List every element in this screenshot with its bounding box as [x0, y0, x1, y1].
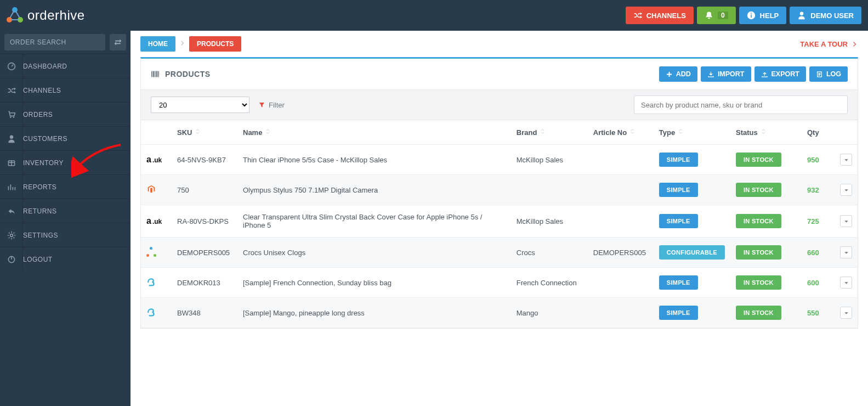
row-actions-button[interactable]	[840, 184, 852, 196]
page-size-select[interactable]: 20	[151, 97, 249, 113]
notification-count: 0	[718, 12, 728, 19]
sort-icon[interactable]	[539, 128, 546, 137]
type-badge: SIMPLE	[659, 153, 698, 167]
sidebar-item-returns[interactable]: RETURNS	[0, 199, 131, 223]
filter-label: Filter	[269, 101, 285, 109]
chevron-right-icon	[851, 41, 858, 48]
cell-sku: 750	[172, 175, 237, 205]
log-button[interactable]: LOG	[809, 66, 848, 82]
brand-name: orderhive	[27, 8, 85, 23]
sidebar-item-logout[interactable]: LOGOUT	[0, 247, 131, 271]
cell-article	[588, 298, 654, 328]
sidebar-item-label: INVENTORY	[23, 159, 64, 167]
row-actions-button[interactable]	[840, 307, 852, 319]
status-badge: IN STOCK	[736, 306, 781, 320]
col-sku[interactable]: SKU	[177, 128, 192, 137]
status-badge: IN STOCK	[736, 214, 781, 228]
status-badge: IN STOCK	[736, 245, 781, 260]
products-toolbar: 20 Filter	[141, 89, 858, 120]
channels-button[interactable]: CHANNELS	[626, 7, 694, 24]
sort-icon[interactable]	[264, 128, 271, 137]
table-row[interactable]: a.uk64-5NVS-9KB7Thin Clear iPhone 5/5s C…	[141, 145, 858, 175]
export-label: EXPORT	[771, 70, 799, 78]
import-button[interactable]: IMPORT	[701, 66, 751, 82]
help-label: HELP	[760, 12, 779, 20]
cell-sku: DEMOKR013	[172, 268, 237, 298]
notifications-button[interactable]: 0	[697, 7, 736, 24]
table-row[interactable]: BW348[Sample] Mango, pineapple long dres…	[141, 298, 858, 328]
table-row[interactable]: DEMOKR013[Sample] French Connection, Sun…	[141, 268, 858, 298]
left-column: DASHBOARDCHANNELSORDERSCUSTOMERSINVENTOR…	[0, 31, 131, 406]
channels-label: CHANNELS	[646, 12, 686, 20]
cell-brand: Mango	[511, 298, 588, 328]
export-icon	[761, 71, 768, 78]
sidebar-item-inventory[interactable]: INVENTORY	[0, 150, 131, 174]
row-actions-button[interactable]	[840, 154, 852, 166]
top-bar: orderhive CHANNELS 0 HELP DEMO USER	[0, 0, 868, 31]
amazon-uk-icon: a.uk	[146, 155, 162, 165]
sidebar-item-customers[interactable]: CUSTOMERS	[0, 126, 131, 150]
order-search-swap-button[interactable]	[110, 34, 126, 50]
take-a-tour-label: TAKE A TOUR	[800, 40, 848, 48]
cell-article	[588, 145, 654, 175]
caret-down-icon	[843, 156, 850, 163]
cell-name: Thin Clear iPhone 5/5s Case - McKillop S…	[237, 145, 511, 175]
amazon-uk-icon: a.uk	[146, 216, 162, 226]
sort-icon[interactable]	[629, 128, 636, 137]
cell-brand: French Connection	[511, 268, 588, 298]
sidebar-item-label: REPORTS	[23, 183, 56, 191]
sort-icon[interactable]	[677, 128, 684, 137]
row-actions-button[interactable]	[840, 215, 852, 227]
col-article[interactable]: Article No	[593, 128, 627, 137]
user-icon	[797, 11, 806, 20]
col-type[interactable]: Type	[659, 128, 675, 137]
cell-name: [Sample] French Connection, Sunday bliss…	[237, 268, 511, 298]
sidebar-item-settings[interactable]: SETTINGS	[0, 223, 131, 247]
take-a-tour-link[interactable]: TAKE A TOUR	[800, 40, 858, 48]
caret-down-icon	[843, 187, 850, 194]
col-status[interactable]: Status	[736, 128, 758, 137]
caret-down-icon	[843, 218, 850, 225]
chevron-right-icon	[179, 40, 186, 48]
user-menu-button[interactable]: DEMO USER	[790, 7, 861, 24]
col-name[interactable]: Name	[243, 128, 262, 137]
breadcrumb-home[interactable]: HOME	[140, 36, 175, 52]
sidebar-item-channels[interactable]: CHANNELS	[0, 78, 131, 102]
row-actions-button[interactable]	[840, 277, 852, 289]
sidebar-item-dashboard[interactable]: DASHBOARD	[0, 54, 131, 78]
info-icon	[747, 11, 756, 20]
cell-article	[588, 268, 654, 298]
cell-article	[588, 205, 654, 238]
add-button[interactable]: ADD	[659, 66, 697, 82]
filter-button[interactable]: Filter	[258, 101, 285, 109]
sort-icon[interactable]	[194, 128, 201, 137]
col-qty: Qty	[807, 128, 819, 137]
sidebar-item-reports[interactable]: REPORTS	[0, 174, 131, 199]
customers-icon	[0, 127, 23, 150]
row-actions-button[interactable]	[840, 246, 852, 258]
sidebar-item-orders[interactable]: ORDERS	[0, 102, 131, 126]
brand-logo[interactable]: orderhive	[7, 7, 85, 24]
table-row[interactable]: DEMOPERS005Crocs Unisex ClogsCrocsDEMOPE…	[141, 238, 858, 268]
returns-icon	[0, 199, 23, 223]
cell-qty: 550	[807, 309, 819, 317]
import-label: IMPORT	[718, 70, 745, 78]
sort-icon[interactable]	[760, 128, 767, 137]
main-area: HOME PRODUCTS TAKE A TOUR PRODUCTS ADD I…	[131, 31, 868, 406]
export-button[interactable]: EXPORT	[754, 66, 806, 82]
order-search-bar	[0, 31, 131, 54]
barcode-icon	[151, 70, 160, 78]
panel-header: PRODUCTS ADD IMPORT EXPORT LOG	[141, 59, 858, 89]
help-button[interactable]: HELP	[739, 7, 787, 24]
cell-sku: DEMOPERS005	[172, 238, 237, 268]
table-row[interactable]: 750Olympus Stylus 750 7.1MP Digital Came…	[141, 175, 858, 205]
caret-down-icon	[843, 249, 850, 256]
product-search-input[interactable]	[634, 95, 848, 114]
table-row[interactable]: a.ukRA-80VS-DKPSClear Transparent Ultra …	[141, 205, 858, 238]
cell-qty: 950	[807, 156, 819, 164]
col-brand[interactable]: Brand	[517, 128, 537, 137]
breadcrumb: HOME PRODUCTS TAKE A TOUR	[131, 31, 868, 57]
orders-icon	[0, 103, 23, 126]
order-search-input[interactable]	[4, 34, 105, 50]
cell-name: [Sample] Mango, pineapple long dress	[237, 298, 511, 328]
